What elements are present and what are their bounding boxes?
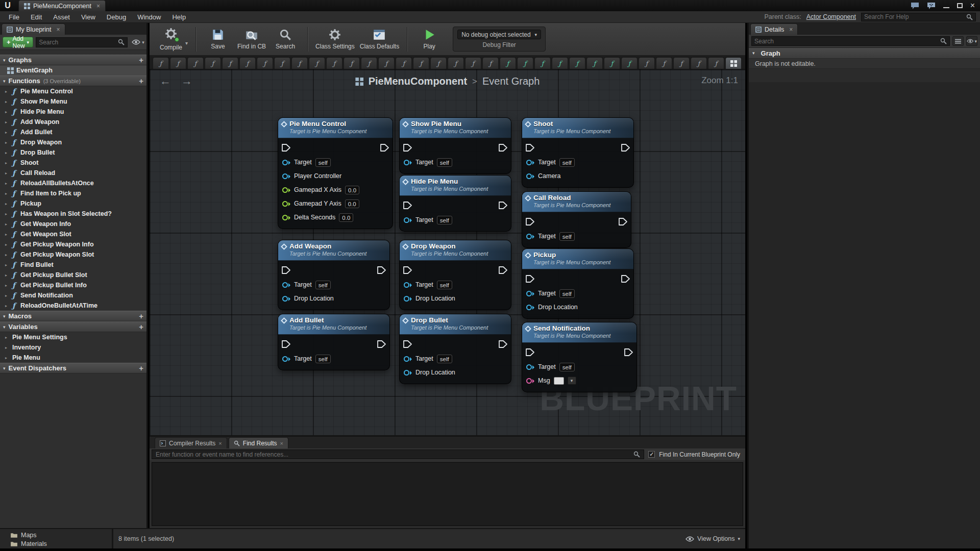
details-view-options-button[interactable]: ▾: [966, 36, 977, 46]
node-add-weapon[interactable]: Add WeaponTarget is Pie Menu ComponentTa…: [278, 240, 390, 310]
pin-target[interactable]: [526, 364, 532, 370]
tab-my-blueprint[interactable]: My Blueprint ×: [2, 23, 65, 35]
add-macro-icon[interactable]: +: [139, 312, 143, 320]
pin-target[interactable]: [282, 282, 288, 288]
expander-icon[interactable]: ▸: [5, 242, 10, 247]
node-show-pie-menu[interactable]: Show Pie MenuTarget is Pie Menu Componen…: [399, 117, 511, 174]
event-dispatchers-section-header[interactable]: ▾ Event Dispatchers +: [0, 363, 146, 373]
function-graph-tab[interactable]: ƒ: [205, 57, 221, 69]
function-graph-tab[interactable]: ƒ: [222, 57, 238, 69]
details-search-box[interactable]: [751, 36, 950, 46]
add-graph-icon[interactable]: +: [139, 56, 143, 64]
exec-pin-icon[interactable]: [525, 217, 535, 226]
pin-delta-seconds[interactable]: [282, 215, 288, 220]
visibility-filter-button[interactable]: ▾: [130, 39, 146, 45]
compile-button[interactable]: Compile: [157, 27, 185, 51]
help-search-input[interactable]: [864, 13, 966, 20]
exec-pin-icon[interactable]: [498, 340, 508, 348]
exec-pin-icon[interactable]: [498, 201, 508, 210]
add-event-dispatcher-icon[interactable]: +: [139, 364, 143, 372]
tab-details[interactable]: Details ×: [750, 23, 798, 35]
exec-pin-icon[interactable]: [281, 266, 291, 274]
play-button[interactable]: Play: [415, 28, 444, 50]
function-graph-tab[interactable]: ƒ: [274, 57, 290, 69]
collapse-arrow-icon[interactable]: ▾: [3, 366, 6, 371]
exec-pin-icon[interactable]: [525, 348, 535, 357]
view-options-button[interactable]: View Options ▾: [685, 535, 740, 542]
breadcrumb-root[interactable]: PieMenuComponent: [369, 76, 467, 87]
exec-pin-icon[interactable]: [525, 274, 535, 283]
function-graph-tab[interactable]: ƒ: [708, 57, 724, 69]
expander-icon[interactable]: ▸: [5, 110, 10, 114]
tab-find-results[interactable]: Find Results ×: [229, 437, 288, 448]
node-call-reload[interactable]: Call ReloadTarget is Pie Menu ComponentT…: [522, 191, 631, 248]
function-graph-tab[interactable]: ƒ: [569, 57, 585, 69]
pin-default-value[interactable]: self: [315, 158, 331, 167]
expander-icon[interactable]: ▸: [5, 151, 10, 155]
function-item-find-bullet[interactable]: ▸ƒFind Bullet: [0, 260, 146, 270]
expander-icon[interactable]: ▸: [5, 140, 10, 145]
exec-pin-icon[interactable]: [403, 266, 412, 274]
function-item-get-pickup-weapon-info[interactable]: ▸ƒGet Pickup Weapon Info: [0, 239, 146, 249]
pin-drop-location[interactable]: [404, 296, 409, 302]
collapse-arrow-icon[interactable]: ▾: [3, 314, 6, 319]
pin-default-value[interactable]: self: [559, 158, 575, 167]
exec-pin-icon[interactable]: [377, 266, 386, 274]
close-icon[interactable]: ×: [218, 440, 222, 446]
function-item-get-weapon-info[interactable]: ▸ƒGet Weapon Info: [0, 219, 146, 229]
node-hide-pie-menu[interactable]: Hide Pie MenuTarget is Pie Menu Componen…: [399, 175, 511, 232]
class-settings-button[interactable]: Class Settings: [315, 28, 355, 50]
exec-pin-icon[interactable]: [403, 340, 412, 348]
expander-icon[interactable]: ▸: [5, 304, 10, 308]
exec-pin-icon[interactable]: [621, 143, 630, 152]
node-header[interactable]: Hide Pie MenuTarget is Pie Menu Componen…: [400, 176, 511, 196]
pin-gamepad-y-axis[interactable]: [282, 201, 288, 207]
feedback-bubble-icon[interactable]: [927, 2, 936, 10]
collapse-arrow-icon[interactable]: ▾: [3, 324, 6, 330]
pin-default-value[interactable]: self: [559, 289, 575, 298]
debug-object-select[interactable]: No debug object selected ▾: [457, 30, 541, 39]
function-item-shoot[interactable]: ▸ƒShoot: [0, 158, 146, 168]
msg-text-input[interactable]: [554, 377, 564, 385]
expander-icon[interactable]: ▸: [5, 345, 10, 350]
back-arrow-icon[interactable]: ←: [160, 74, 171, 88]
add-new-button[interactable]: + Add New ▾: [3, 37, 33, 47]
property-matrix-button[interactable]: [952, 36, 964, 46]
function-graph-tab[interactable]: ƒ: [344, 57, 360, 69]
pin-default-value[interactable]: 0.0: [345, 186, 359, 194]
parent-class-link[interactable]: Actor Component: [806, 13, 856, 20]
node-header[interactable]: Add BulletTarget is Pie Menu Component: [278, 314, 389, 335]
my-blueprint-search-input[interactable]: [39, 39, 118, 46]
function-graph-tab[interactable]: ƒ: [639, 57, 655, 69]
save-button[interactable]: Save: [204, 28, 232, 50]
function-graph-tab[interactable]: ƒ: [396, 57, 412, 69]
exec-pin-icon[interactable]: [403, 201, 412, 210]
pin-default-value[interactable]: self: [315, 281, 331, 289]
exec-pin-icon[interactable]: [403, 143, 412, 152]
graphs-section-header[interactable]: ▾ Graphs +: [0, 55, 146, 65]
compile-dropdown-icon[interactable]: ▾: [185, 40, 188, 46]
pin-target[interactable]: [404, 282, 409, 288]
function-item-hide-pie-menu[interactable]: ▸ƒHide Pie Menu: [0, 107, 146, 117]
function-graph-tab[interactable]: ƒ: [430, 57, 447, 69]
function-item-get-pickup-weapon-slot[interactable]: ▸ƒGet Pickup Weapon Slot: [0, 249, 146, 260]
exec-pin-icon[interactable]: [621, 274, 630, 283]
function-graph-tab[interactable]: ƒ: [482, 57, 499, 69]
function-graph-tab[interactable]: ƒ: [586, 57, 603, 69]
close-button[interactable]: ×: [970, 2, 975, 10]
function-graph-tab[interactable]: ƒ: [673, 57, 690, 69]
pin-msg[interactable]: [526, 378, 532, 384]
close-icon[interactable]: ×: [280, 440, 283, 446]
class-defaults-button[interactable]: Class Defaults: [360, 28, 399, 50]
node-header[interactable]: Drop WeaponTarget is Pie Menu Component: [400, 240, 511, 261]
node-header[interactable]: Show Pie MenuTarget is Pie Menu Componen…: [400, 118, 511, 138]
search-button[interactable]: Search: [271, 28, 300, 50]
node-drop-bullet[interactable]: Drop BulletTarget is Pie Menu ComponentT…: [399, 314, 511, 384]
tab-close-icon[interactable]: ×: [96, 3, 100, 10]
pin-default-value[interactable]: self: [559, 363, 575, 371]
function-item-get-weapon-slot[interactable]: ▸ƒGet Weapon Slot: [0, 229, 146, 239]
function-graph-tab[interactable]: ƒ: [170, 57, 186, 69]
folder-item-materials[interactable]: Materials: [0, 539, 112, 548]
find-in-cb-button[interactable]: Find in CB: [237, 28, 266, 50]
add-function-icon[interactable]: +: [139, 77, 143, 85]
